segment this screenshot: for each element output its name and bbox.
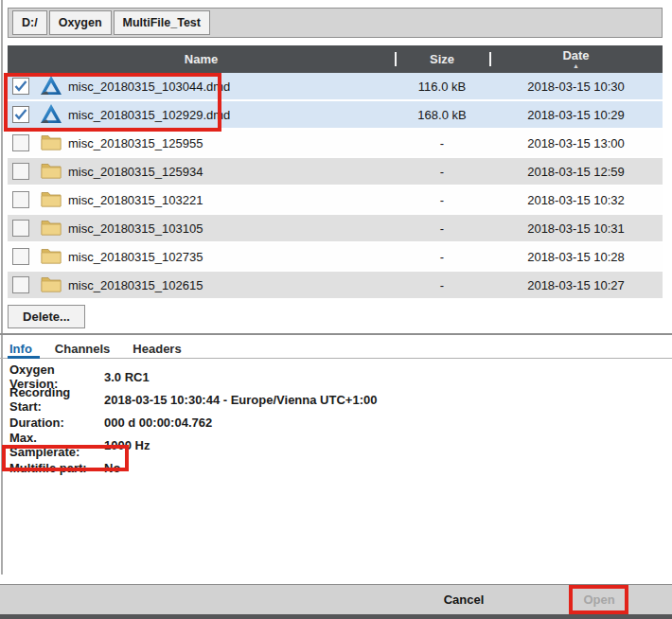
file-name: misc_20180315_103044.dmd [68,80,395,94]
info-row-recording-start: Recording Start: 2018-03-15 10:30:44 - E… [9,388,577,411]
table-row[interactable]: misc_20180315_103221 - 2018-03-15 10:32 [8,186,663,213]
dialog-left-border [1,0,3,575]
row-checkbox[interactable] [12,78,29,95]
info-panel: Oxygen Version: 3.0 RC1 Recording Start:… [9,365,577,479]
table-row[interactable]: misc_20180315_102615 - 2018-03-15 10:27 [8,272,663,298]
breadcrumb-item-multifile-test[interactable]: MultiFile_Test [114,10,210,35]
info-label: Recording Start: [9,385,104,414]
dmd-file-icon [40,75,62,98]
checkmark-icon [14,109,27,120]
sort-ascending-icon: ▲ [573,62,579,69]
dmd-file-icon [40,103,62,127]
tab-info[interactable]: Info [9,342,32,356]
table-row[interactable]: misc_20180315_125934 - 2018-03-15 12:59 [8,158,663,185]
file-name: misc_20180315_102735 [68,250,395,264]
folder-icon [41,219,62,239]
column-separator [489,52,491,66]
file-date: 2018-03-15 10:29 [489,108,663,122]
file-name: misc_20180315_125955 [68,136,395,150]
info-value: 3.0 RC1 [104,370,150,384]
column-separator [395,52,397,66]
info-row-max-samplerate: Max. Samplerate: 1000 Hz [9,433,577,456]
file-table-header: Name Size Date ▲ [8,45,663,73]
active-tab-indicator [8,356,40,359]
file-size: - [395,221,489,236]
info-value: No [104,461,120,475]
file-size: - [395,193,489,207]
row-checkbox[interactable] [12,134,29,151]
file-date: 2018-03-15 10:31 [489,221,663,236]
file-date: 2018-03-15 12:59 [489,165,663,179]
file-size: - [395,165,489,179]
table-row[interactable]: misc_20180315_103044.dmd 116.0 kB 2018-0… [8,73,663,99]
column-header-name[interactable]: Name [8,52,395,66]
delete-button[interactable]: Delete... [8,305,85,328]
row-checkbox[interactable] [12,191,29,208]
folder-icon [41,162,62,182]
file-size: - [395,278,489,292]
table-row[interactable]: misc_20180315_102929.dmd 168.0 kB 2018-0… [8,101,663,128]
row-checkbox[interactable] [12,163,29,180]
tabs-baseline [0,358,672,359]
file-date: 2018-03-15 10:27 [489,278,663,292]
file-date: 2018-03-15 10:32 [489,193,663,207]
bottom-dark-strip [0,614,672,619]
file-date: 2018-03-15 13:00 [489,136,663,150]
column-header-date-label: Date [562,49,589,62]
folder-icon [41,247,62,267]
file-name: misc_20180315_102615 [68,278,395,292]
row-checkbox[interactable] [12,106,29,123]
file-name: misc_20180315_103221 [68,193,395,207]
row-checkbox[interactable] [12,248,29,265]
file-size: 116.0 kB [395,80,489,94]
file-table-body: misc_20180315_103044.dmd 116.0 kB 2018-0… [8,73,663,300]
folder-icon [41,133,62,153]
breadcrumb-item-oxygen[interactable]: Oxygen [49,10,112,35]
tab-headers[interactable]: Headers [133,342,181,356]
row-checkbox[interactable] [12,220,29,237]
file-name: misc_20180315_102929.dmd [68,108,395,122]
info-label: Max. Samplerate: [9,431,104,459]
file-name: misc_20180315_125934 [68,165,395,179]
tab-channels[interactable]: Channels [55,342,111,356]
folder-icon [41,190,62,210]
column-header-date[interactable]: Date ▲ [489,49,663,69]
detail-tabs: Info Channels Headers [9,339,182,358]
table-row[interactable]: misc_20180315_125955 - 2018-03-15 13:00 [8,130,663,156]
panel-separator [0,333,672,335]
open-button[interactable]: Open [570,588,628,611]
table-row[interactable]: misc_20180315_102735 - 2018-03-15 10:28 [8,243,663,270]
column-header-size[interactable]: Size [395,52,489,66]
file-size: 168.0 kB [395,108,489,122]
file-date: 2018-03-15 10:30 [489,80,663,94]
info-label: Multifile part: [9,461,104,475]
folder-icon [41,275,62,295]
file-name: misc_20180315_103105 [68,221,395,236]
breadcrumb: D:/ Oxygen MultiFile_Test [8,8,663,38]
breadcrumb-item-drive[interactable]: D:/ [12,10,47,35]
checkmark-icon [14,80,27,92]
file-size: - [395,136,489,150]
row-checkbox[interactable] [12,276,29,293]
file-size: - [395,250,489,264]
info-row-multifile-part: Multifile part: No [9,456,577,479]
cancel-button[interactable]: Cancel [407,588,521,611]
file-date: 2018-03-15 10:28 [489,250,663,264]
info-value: 1000 Hz [104,438,150,452]
table-row[interactable]: misc_20180315_103105 - 2018-03-15 10:31 [8,215,663,241]
info-label: Duration: [9,416,104,430]
info-value: 000 d 00:00:04.762 [104,416,212,430]
info-value: 2018-03-15 10:30:44 - Europe/Vienna UTC+… [104,393,377,407]
